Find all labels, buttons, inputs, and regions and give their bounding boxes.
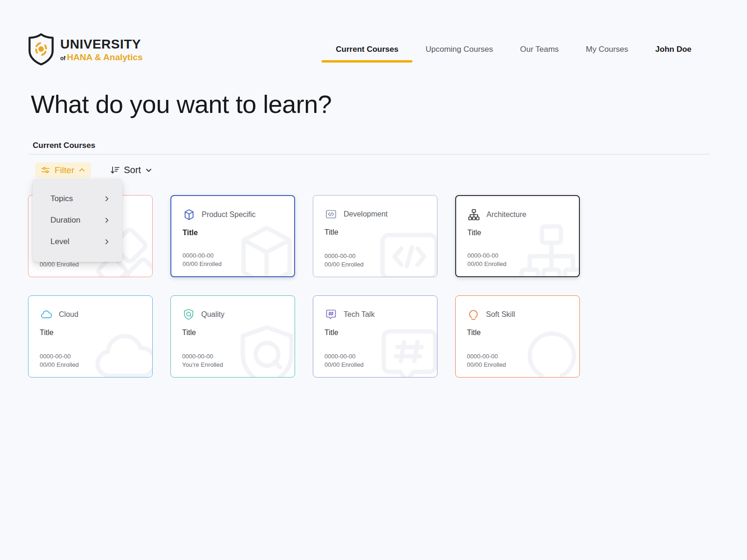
card-date: 0000-00-00 (324, 252, 426, 260)
filter-button[interactable]: Filter (35, 162, 91, 178)
filter-option-topics[interactable]: Topics (33, 188, 122, 210)
card-category: Soft Skill (486, 310, 515, 319)
card-enrolled: 00/00 Enrolled (467, 361, 568, 369)
bulb-icon (467, 308, 480, 321)
shield-q-watermark-icon (229, 319, 295, 378)
section-divider (28, 154, 710, 154)
bulb-watermark-icon (514, 319, 580, 378)
page-title: What do you want to learn? (31, 90, 331, 119)
filter-sliders-icon (41, 165, 50, 175)
orgchart-icon (467, 208, 480, 221)
chevron-up-icon (78, 167, 85, 174)
shield-logo-icon (27, 33, 56, 66)
card-category: Quality (201, 310, 225, 319)
logo-line2: ofHANA & Analytics (60, 53, 143, 62)
card-title: Title (324, 329, 426, 337)
filter-option-label: Duration (50, 216, 104, 225)
card-date: 0000-00-00 (467, 353, 568, 360)
filter-option-label: Level (50, 237, 104, 246)
chevron-down-icon (145, 167, 152, 174)
toolbar: Filter Sort (35, 162, 153, 178)
card-enrolled: 00/00 Enrolled (40, 361, 141, 369)
sort-button[interactable]: Sort (109, 162, 153, 178)
course-card-cloud[interactable]: Cloud Title 0000-00-00 00/00 Enrolled (28, 295, 153, 378)
card-enrolled: 00/00 Enrolled (324, 261, 426, 268)
nav-current-courses[interactable]: Current Courses (336, 45, 398, 54)
filter-label: Filter (55, 165, 74, 175)
card-date: 0000-00-00 (324, 353, 426, 360)
chevron-right-icon (104, 196, 110, 202)
logo-line1: UNIVERSITY (60, 38, 143, 51)
card-title: Title (467, 229, 568, 237)
sort-label: Sort (124, 165, 141, 175)
course-card-tech-talk[interactable]: Tech Talk Title 0000-00-00 00/00 Enrolle… (313, 295, 437, 378)
code-icon (324, 208, 338, 221)
top-navigation: Current Courses Upcoming Courses Our Tea… (336, 45, 691, 54)
nav-upcoming-courses[interactable]: Upcoming Courses (425, 45, 493, 54)
cloud-icon (40, 308, 53, 321)
hash-bubble-icon (324, 308, 338, 321)
chevron-right-icon (104, 238, 110, 245)
course-card-quality[interactable]: Quality Title 0000-00-00 You’re Enrolled (170, 295, 295, 378)
card-title: Title (324, 228, 426, 237)
sort-icon (110, 165, 120, 175)
chevron-right-icon (104, 217, 110, 224)
hash-bubble-watermark-icon (372, 319, 437, 378)
card-category: Product Specific (202, 210, 256, 219)
card-category: Cloud (59, 310, 78, 319)
cloud-watermark-icon (87, 319, 153, 378)
card-date: 0000-00-00 (182, 353, 283, 360)
course-card-architecture[interactable]: Architecture Title 0000-00-00 00/00 Enro… (455, 195, 580, 277)
card-enrolled: 00/00 Enrolled (183, 260, 283, 268)
card-date: 0000-00-00 (467, 252, 568, 259)
card-category: Development (344, 210, 388, 218)
user-menu[interactable]: John Doe (655, 45, 691, 54)
card-enrolled: 00/00 Enrolled (40, 261, 141, 268)
card-enrolled: 00/00 Enrolled (324, 361, 426, 369)
shield-q-icon (182, 308, 195, 321)
card-date: 0000-00-00 (183, 252, 283, 259)
course-card-product-specific[interactable]: Product Specific Title 0000-00-00 00/00 … (170, 195, 295, 277)
card-date: 0000-00-00 (40, 353, 141, 360)
filter-option-duration[interactable]: Duration (33, 210, 122, 231)
card-title: Title (467, 329, 568, 337)
nav-my-courses[interactable]: My Courses (586, 45, 628, 54)
section-title: Current Courses (33, 141, 95, 150)
cube-watermark-icon (229, 218, 295, 277)
filter-option-label: Topics (50, 194, 104, 203)
card-enrolled: You’re Enrolled (182, 361, 283, 369)
filter-option-level[interactable]: Level (33, 231, 122, 252)
card-enrolled: 00/00 Enrolled (467, 260, 568, 268)
logo-sub: HANA & Analytics (67, 52, 142, 62)
course-card-development[interactable]: Development Title 0000-00-00 00/00 Enrol… (313, 195, 437, 277)
code-watermark-icon (372, 219, 437, 277)
logo-of: of (60, 55, 65, 62)
card-title: Title (183, 229, 283, 237)
card-category: Architecture (486, 210, 526, 219)
card-title: Title (40, 329, 141, 337)
university-logo: UNIVERSITY ofHANA & Analytics (27, 33, 143, 66)
card-title: Title (182, 329, 283, 337)
card-category: Tech Talk (344, 310, 374, 319)
orgchart-watermark-icon (514, 218, 580, 277)
cube-icon (183, 208, 196, 221)
filter-dropdown: Topics Duration Level (33, 179, 122, 262)
course-card-soft-skill[interactable]: Soft Skill Title 0000-00-00 00/00 Enroll… (455, 295, 580, 378)
header: UNIVERSITY ofHANA & Analytics Current Co… (0, 0, 747, 75)
nav-our-teams[interactable]: Our Teams (520, 45, 559, 54)
